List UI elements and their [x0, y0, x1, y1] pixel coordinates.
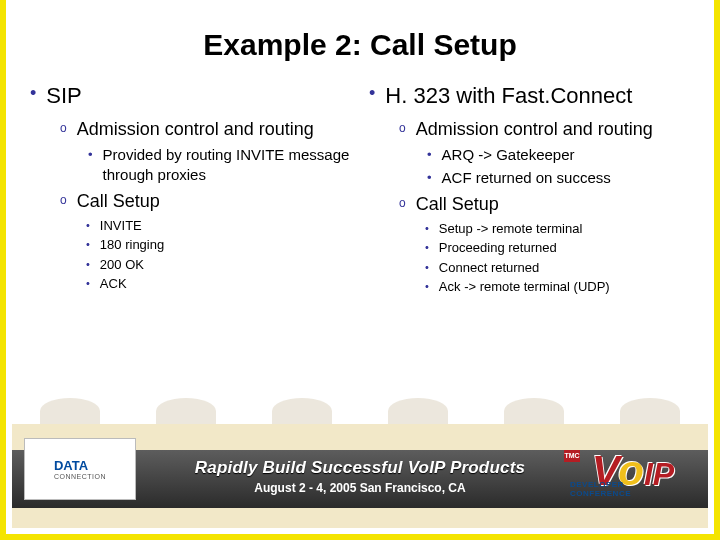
circle-icon: o [399, 121, 406, 135]
heading-h323: H. 323 with Fast.Connect [385, 82, 632, 111]
bullet-icon: • [425, 222, 429, 234]
item-label: 180 ringing [100, 236, 164, 254]
item-label: INVITE [100, 217, 142, 235]
content-columns: • SIP o Admission control and routing •P… [6, 76, 714, 302]
logo-data-connection: DATA CONNECTION [24, 438, 136, 500]
bullet-icon: • [86, 258, 90, 270]
bullet-icon: • [427, 170, 432, 185]
item-label: 200 OK [100, 256, 144, 274]
bullet-icon: • [86, 219, 90, 231]
item-label: ARQ -> Gatekeeper [442, 145, 575, 165]
logo-right-caption: DEVELOPER CONFERENCE [570, 480, 682, 498]
circle-icon: o [60, 121, 67, 135]
bullet-icon: • [369, 82, 375, 105]
left-column: • SIP o Admission control and routing •P… [20, 82, 359, 302]
item-label: Setup -> remote terminal [439, 220, 582, 238]
bullet-icon: • [30, 82, 36, 105]
bullet-icon: • [86, 277, 90, 289]
bullet-icon: • [88, 147, 93, 162]
right-column: • H. 323 with Fast.Connect o Admission c… [359, 82, 698, 302]
item-label: Connect returned [439, 259, 539, 277]
slide-title: Example 2: Call Setup [6, 0, 714, 76]
item-label: Ack -> remote terminal (UDP) [439, 278, 610, 296]
item-label: Admission control and routing [416, 117, 653, 141]
bullet-icon: • [425, 241, 429, 253]
item-label: Call Setup [77, 189, 160, 213]
logo-voip: TMC Vo IP DEVELOPER CONFERENCE [570, 438, 696, 504]
logo-left-sub: CONNECTION [54, 473, 106, 480]
item-label: ACK [100, 275, 127, 293]
item-label: Provided by routing INVITE message throu… [103, 145, 359, 186]
tmc-badge: TMC [564, 450, 580, 462]
bullet-icon: • [427, 147, 432, 162]
circle-icon: o [399, 196, 406, 210]
item-label: Admission control and routing [77, 117, 314, 141]
footer-banner: Rapidly Build Successful VoIP Products A… [12, 424, 708, 528]
item-label: ACF returned on success [442, 168, 611, 188]
item-label: Call Setup [416, 192, 499, 216]
bullet-icon: • [425, 261, 429, 273]
bullet-icon: • [425, 280, 429, 292]
heading-sip: SIP [46, 82, 81, 111]
bullet-icon: • [86, 238, 90, 250]
decorative-shadow [12, 398, 708, 424]
logo-left-name: DATA [54, 458, 106, 473]
circle-icon: o [60, 193, 67, 207]
item-label: Proceeding returned [439, 239, 557, 257]
